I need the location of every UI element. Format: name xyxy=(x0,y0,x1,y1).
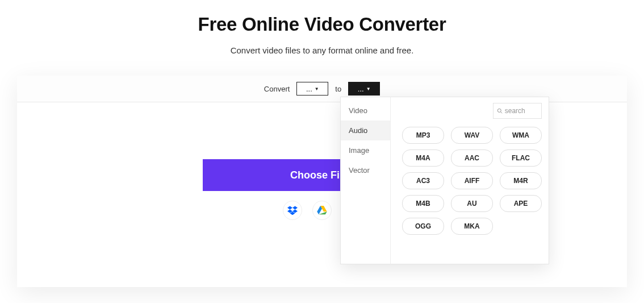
page-title: Free Online Video Converter xyxy=(0,14,644,35)
svg-point-1 xyxy=(497,109,501,112)
format-wma[interactable]: WMA xyxy=(500,127,542,144)
format-m4r[interactable]: M4R xyxy=(500,172,542,189)
to-format-select[interactable]: ... ▼ xyxy=(348,82,380,96)
category-video[interactable]: Video xyxy=(341,101,390,121)
google-drive-button[interactable] xyxy=(312,201,332,220)
format-ape[interactable]: APE xyxy=(500,195,542,212)
format-m4a[interactable]: M4A xyxy=(402,150,444,167)
dropbox-button[interactable] xyxy=(283,201,302,220)
format-ogg[interactable]: OGG xyxy=(402,218,444,235)
chevron-down-icon: ▼ xyxy=(366,86,371,92)
search-icon xyxy=(497,107,503,114)
search-box[interactable] xyxy=(493,103,542,119)
category-list: Video Audio Image Vector xyxy=(341,97,391,264)
format-aac[interactable]: AAC xyxy=(451,150,493,167)
svg-line-2 xyxy=(501,112,502,113)
search-input[interactable] xyxy=(505,107,538,115)
format-panel: MP3 WAV WMA M4A AAC FLAC AC3 AIFF M4R M4… xyxy=(391,97,549,264)
chevron-down-icon: ▼ xyxy=(315,86,319,92)
format-mp3[interactable]: MP3 xyxy=(402,127,444,144)
format-mka[interactable]: MKA xyxy=(451,218,493,235)
format-flac[interactable]: FLAC xyxy=(500,150,542,167)
format-wav[interactable]: WAV xyxy=(451,127,493,144)
category-image[interactable]: Image xyxy=(341,140,390,160)
format-grid: MP3 WAV WMA M4A AAC FLAC AC3 AIFF M4R M4… xyxy=(402,127,542,235)
format-m4b[interactable]: M4B xyxy=(402,195,444,212)
convert-label: Convert xyxy=(264,85,290,93)
from-format-value: ... xyxy=(306,85,312,93)
google-drive-icon xyxy=(317,206,327,215)
format-dropdown: Video Audio Image Vector MP3 WAV WMA M4A… xyxy=(340,97,549,264)
category-audio[interactable]: Audio xyxy=(341,121,390,140)
to-format-value: ... xyxy=(358,85,364,93)
format-aiff[interactable]: AIFF xyxy=(451,172,493,189)
format-au[interactable]: AU xyxy=(451,195,493,212)
to-label: to xyxy=(335,85,341,93)
dropbox-icon xyxy=(287,206,298,215)
from-format-select[interactable]: ... ▼ xyxy=(296,82,328,96)
format-ac3[interactable]: AC3 xyxy=(402,172,444,189)
page-subtitle: Convert video files to any format online… xyxy=(0,45,644,55)
category-vector[interactable]: Vector xyxy=(341,160,390,180)
